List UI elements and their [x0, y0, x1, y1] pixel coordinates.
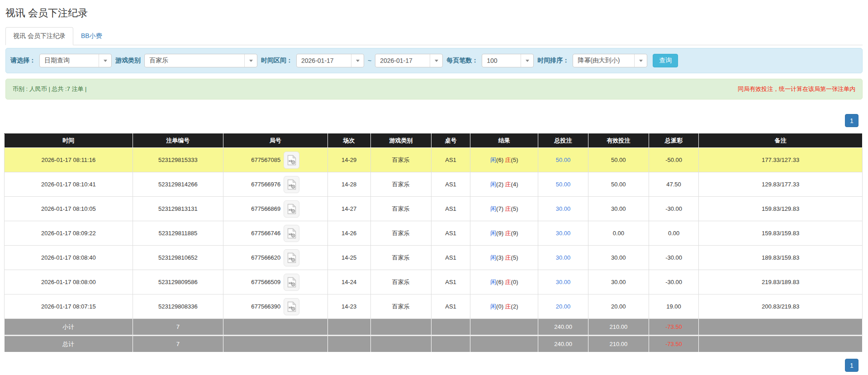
- cell-game-type: 百家乐: [370, 197, 431, 221]
- cell-bet-id: 523129815333: [133, 148, 223, 172]
- footer-count: 7: [133, 336, 223, 352]
- result-player-score: (7): [496, 205, 503, 212]
- footer-empty: [223, 319, 327, 336]
- video-file-icon: [287, 155, 296, 166]
- cell-game-type: 百家乐: [370, 294, 431, 319]
- cell-time: 2026-01-17 08:07:15: [5, 294, 133, 319]
- column-header: 注单编号: [133, 134, 223, 148]
- cell-valid-bet: 30.00: [588, 270, 649, 294]
- replay-video-button[interactable]: [284, 225, 299, 242]
- cell-session: 14-23: [327, 294, 370, 319]
- total-bet-link[interactable]: 50.00: [556, 181, 571, 188]
- cell-note: 177.33/127.33: [699, 148, 863, 172]
- footer-label: 小计: [5, 319, 133, 336]
- cell-total-bet: 30.00: [538, 270, 588, 294]
- pagination-bottom: 1: [0, 359, 859, 372]
- game-type-select[interactable]: 百家乐: [144, 54, 257, 67]
- summary-bar: 币别 : 人民币 | 总共 :7 注单 | 同局有效投注，统一计算在该局第一张注…: [5, 79, 863, 100]
- replay-video-button[interactable]: [284, 176, 299, 193]
- date-to-select[interactable]: 2026-01-17: [375, 54, 443, 67]
- footer-payout: -73.50: [649, 319, 698, 336]
- column-header: 总投注: [538, 134, 588, 148]
- cell-game-type: 百家乐: [370, 148, 431, 172]
- total-bet-link[interactable]: 30.00: [556, 279, 571, 285]
- cell-table-no: AS1: [431, 148, 470, 172]
- table-row: 2026-01-17 08:09:22523129811885677566746…: [5, 221, 863, 246]
- result-player-score: (9): [496, 230, 503, 237]
- replay-video-button[interactable]: [284, 200, 299, 218]
- total-bet-link[interactable]: 30.00: [556, 205, 571, 212]
- result-player: 闲: [490, 181, 496, 188]
- query-type-select[interactable]: 日期查询: [39, 54, 112, 67]
- table-row: 2026-01-17 08:10:41523129814266677566976…: [5, 172, 863, 197]
- date-from-value: 2026-01-17: [297, 57, 351, 64]
- cell-payout: 0.00: [649, 221, 698, 246]
- cell-note: 159.83/129.83: [699, 197, 863, 221]
- result-player: 闲: [490, 205, 496, 212]
- footer-count: 7: [133, 319, 223, 336]
- caret-down-icon: [244, 54, 257, 67]
- grand-total-row: 总计7240.00210.00-73.50: [5, 336, 863, 352]
- result-player-score: (2): [496, 181, 503, 188]
- tab-bb-tips[interactable]: BB小费: [73, 27, 110, 45]
- cell-session: 14-28: [327, 172, 370, 197]
- round-number: 677566869: [251, 205, 280, 212]
- total-bet-link[interactable]: 30.00: [556, 254, 571, 261]
- cell-payout: -30.00: [649, 197, 698, 221]
- replay-video-button[interactable]: [284, 249, 299, 266]
- per-page-value: 100: [482, 57, 521, 64]
- cell-total-bet: 30.00: [538, 221, 588, 246]
- cell-result: 闲(9) 庄(9): [470, 221, 538, 246]
- replay-video-button[interactable]: [284, 152, 299, 169]
- cell-valid-bet: 30.00: [588, 246, 649, 270]
- round-number: 677566746: [251, 230, 280, 237]
- replay-video-button[interactable]: [284, 298, 299, 315]
- per-page-select[interactable]: 100: [482, 54, 534, 67]
- total-bet-link[interactable]: 50.00: [556, 157, 571, 163]
- cell-table-no: AS1: [431, 172, 470, 197]
- cell-game-type: 百家乐: [370, 172, 431, 197]
- tab-video-bet-records[interactable]: 视讯 会员下注纪录: [5, 27, 73, 45]
- total-bet-link[interactable]: 20.00: [556, 303, 571, 310]
- caret-down-icon: [521, 54, 533, 67]
- query-button[interactable]: 查询: [653, 54, 678, 67]
- result-player: 闲: [490, 279, 496, 285]
- replay-video-button[interactable]: [284, 274, 299, 291]
- video-file-icon: [287, 204, 296, 214]
- result-banker: 庄: [505, 205, 511, 212]
- footer-empty: [699, 336, 863, 352]
- result-banker-score: (5): [511, 205, 518, 212]
- footer-empty: [470, 336, 538, 352]
- result-player: 闲: [490, 157, 496, 163]
- table-row: 2026-01-17 08:08:40523129810652677566620…: [5, 246, 863, 270]
- cell-total-bet: 30.00: [538, 197, 588, 221]
- page-1-button[interactable]: 1: [845, 114, 859, 127]
- footer-empty: [431, 336, 470, 352]
- result-player: 闲: [490, 230, 496, 237]
- caret-down-icon: [351, 54, 364, 67]
- cell-result: 闲(6) 庄(0): [470, 270, 538, 294]
- footer-empty: [370, 319, 431, 336]
- cell-table-no: AS1: [431, 246, 470, 270]
- cell-bet-id: 523129813131: [133, 197, 223, 221]
- cell-valid-bet: 50.00: [588, 172, 649, 197]
- table-header-row: 时间注单编号局号场次游戏类别桌号结果总投注有效投注总派彩备注: [5, 134, 863, 148]
- round-number: 677566509: [251, 279, 280, 285]
- per-page-label: 每页笔数：: [446, 57, 478, 65]
- cell-note: 159.83/159.83: [699, 221, 863, 246]
- cell-valid-bet: 50.00: [588, 148, 649, 172]
- result-player-score: (0): [496, 303, 503, 310]
- date-from-select[interactable]: 2026-01-17: [296, 54, 364, 67]
- result-player-score: (3): [496, 254, 503, 261]
- cell-game-type: 百家乐: [370, 270, 431, 294]
- page-1-button[interactable]: 1: [845, 359, 859, 372]
- video-file-icon: [287, 252, 296, 263]
- column-header: 桌号: [431, 134, 470, 148]
- cell-round-id: 677566976: [223, 172, 327, 197]
- bet-records-table: 时间注单编号局号场次游戏类别桌号结果总投注有效投注总派彩备注 2026-01-1…: [4, 133, 863, 352]
- result-banker-score: (5): [511, 157, 518, 163]
- total-bet-link[interactable]: 30.00: [556, 230, 571, 237]
- pagination-top: 1: [0, 114, 859, 127]
- cell-time: 2026-01-17 08:10:41: [5, 172, 133, 197]
- sort-select[interactable]: 降幂(由大到小): [573, 54, 647, 67]
